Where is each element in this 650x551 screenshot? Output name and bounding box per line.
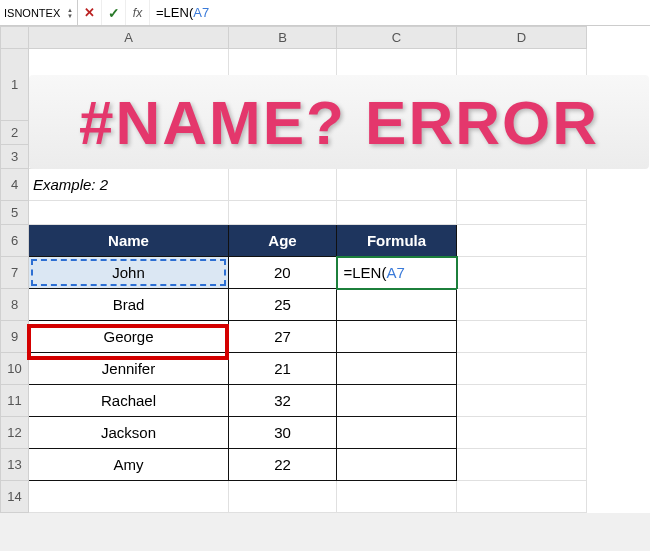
formula-input[interactable]: =LEN(A7 <box>150 0 650 25</box>
cell[interactable] <box>337 49 457 121</box>
enter-icon[interactable]: ✓ <box>102 0 126 25</box>
select-all-corner[interactable] <box>1 27 29 49</box>
worksheet: A B C D 1 2 3 4 Example: 2 5 <box>0 26 650 513</box>
cancel-icon[interactable]: ✕ <box>78 0 102 25</box>
chevron-down-icon[interactable]: ▼ <box>67 13 73 19</box>
formula-reference: A7 <box>193 5 209 20</box>
cell[interactable] <box>337 201 457 225</box>
cell-a9[interactable]: George <box>29 321 229 353</box>
cell[interactable] <box>457 201 587 225</box>
cell[interactable] <box>457 481 587 513</box>
cell[interactable] <box>457 321 587 353</box>
cell-a7[interactable]: John <box>29 257 229 289</box>
cell-a10[interactable]: Jennifer <box>29 353 229 385</box>
grid: A B C D 1 2 3 4 Example: 2 5 <box>0 26 587 513</box>
cell-b8[interactable]: 25 <box>229 289 337 321</box>
cell[interactable] <box>337 121 457 145</box>
cell-a12[interactable]: Jackson <box>29 417 229 449</box>
cell-b7[interactable]: 20 <box>229 257 337 289</box>
cell[interactable] <box>29 481 229 513</box>
row-header-7[interactable]: 7 <box>1 257 29 289</box>
cell[interactable] <box>457 385 587 417</box>
example-label[interactable]: Example: 2 <box>29 169 229 201</box>
cell[interactable] <box>29 121 229 145</box>
cell[interactable] <box>457 257 587 289</box>
cell[interactable] <box>337 481 457 513</box>
cell[interactable] <box>229 145 337 169</box>
col-header-a[interactable]: A <box>29 27 229 49</box>
cell-c9[interactable] <box>337 321 457 353</box>
cell-c12[interactable] <box>337 417 457 449</box>
insert-function-icon[interactable]: fx <box>126 0 150 25</box>
row-header-13[interactable]: 13 <box>1 449 29 481</box>
row-header-11[interactable]: 11 <box>1 385 29 417</box>
cell[interactable] <box>457 449 587 481</box>
col-formula-header[interactable]: Formula <box>337 225 457 257</box>
cell[interactable] <box>229 49 337 121</box>
cell-b12[interactable]: 30 <box>229 417 337 449</box>
row-header-6[interactable]: 6 <box>1 225 29 257</box>
cell-c7-editing[interactable]: =LEN(A7 <box>337 257 457 289</box>
cell[interactable] <box>229 169 337 201</box>
cell[interactable] <box>29 145 229 169</box>
cell[interactable] <box>337 145 457 169</box>
cell[interactable] <box>337 169 457 201</box>
name-box[interactable]: ISNONTEX ▲ ▼ <box>0 0 78 25</box>
cell-a11[interactable]: Rachael <box>29 385 229 417</box>
cell[interactable] <box>457 169 587 201</box>
cell[interactable] <box>29 49 229 121</box>
name-box-spinner[interactable]: ▲ ▼ <box>67 7 73 19</box>
cell[interactable] <box>229 201 337 225</box>
cell-a13[interactable]: Amy <box>29 449 229 481</box>
formula-text: =LEN( <box>156 5 193 20</box>
row-header-12[interactable]: 12 <box>1 417 29 449</box>
cell-b9[interactable]: 27 <box>229 321 337 353</box>
col-header-b[interactable]: B <box>229 27 337 49</box>
cell[interactable] <box>29 201 229 225</box>
cell[interactable] <box>457 353 587 385</box>
col-header-d[interactable]: D <box>457 27 587 49</box>
row-header-8[interactable]: 8 <box>1 289 29 321</box>
cell-b10[interactable]: 21 <box>229 353 337 385</box>
cell-b13[interactable]: 22 <box>229 449 337 481</box>
cell-c8[interactable] <box>337 289 457 321</box>
cell[interactable] <box>229 121 337 145</box>
col-header-c[interactable]: C <box>337 27 457 49</box>
formula-bar: ISNONTEX ▲ ▼ ✕ ✓ fx =LEN(A7 <box>0 0 650 26</box>
cell[interactable] <box>229 481 337 513</box>
col-age-header[interactable]: Age <box>229 225 337 257</box>
row-header-9[interactable]: 9 <box>1 321 29 353</box>
name-box-value: ISNONTEX <box>4 7 60 19</box>
row-header-4[interactable]: 4 <box>1 169 29 201</box>
cell[interactable] <box>457 417 587 449</box>
cell-c10[interactable] <box>337 353 457 385</box>
cell-a8[interactable]: Brad <box>29 289 229 321</box>
cell[interactable] <box>457 49 587 121</box>
row-header-10[interactable]: 10 <box>1 353 29 385</box>
cell-b11[interactable]: 32 <box>229 385 337 417</box>
row-header-1[interactable]: 1 <box>1 49 29 121</box>
cell[interactable] <box>457 145 587 169</box>
row-header-5[interactable]: 5 <box>1 201 29 225</box>
row-header-14[interactable]: 14 <box>1 481 29 513</box>
cell[interactable] <box>457 225 587 257</box>
row-header-2[interactable]: 2 <box>1 121 29 145</box>
cell-c11[interactable] <box>337 385 457 417</box>
cell[interactable] <box>457 289 587 321</box>
cell[interactable] <box>457 121 587 145</box>
cell-c13[interactable] <box>337 449 457 481</box>
row-header-3[interactable]: 3 <box>1 145 29 169</box>
col-name-header[interactable]: Name <box>29 225 229 257</box>
